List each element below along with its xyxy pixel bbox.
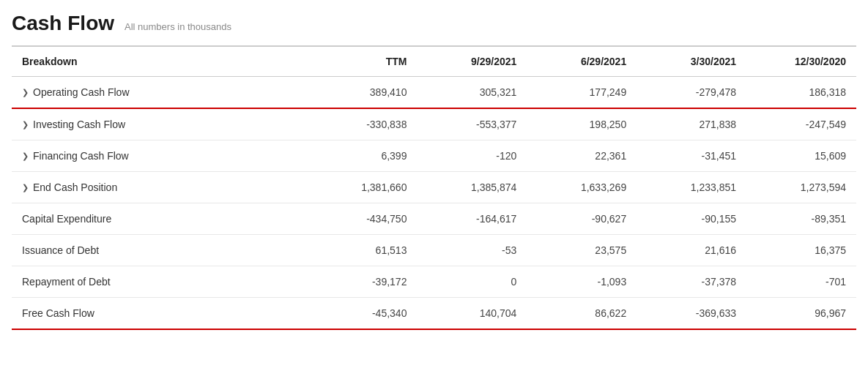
- subtitle: All numbers in thousands: [125, 21, 231, 32]
- cash-flow-table: Breakdown TTM 9/29/2021 6/29/2021 3/30/2…: [12, 45, 856, 330]
- cell-col2: 86,622: [527, 298, 637, 330]
- cell-ttm: -330,838: [308, 108, 418, 140]
- cell-ttm: 389,410: [308, 77, 418, 109]
- cell-col1: -53: [417, 235, 527, 266]
- col-breakdown-header: Breakdown: [12, 46, 308, 77]
- table-row: Free Cash Flow-45,340140,70486,622-369,6…: [12, 298, 856, 330]
- cell-ttm: -434,750: [308, 203, 418, 235]
- table-row: Capital Expenditure-434,750-164,617-90,6…: [12, 203, 856, 235]
- cell-col4: 1,273,594: [746, 172, 856, 203]
- cell-col4: -89,351: [746, 203, 856, 235]
- cell-col1: -164,617: [417, 203, 527, 235]
- table-row: Repayment of Debt-39,1720-1,093-37,378-7…: [12, 266, 856, 298]
- cell-col3: 271,838: [637, 108, 746, 140]
- cell-col2: -1,093: [527, 266, 637, 298]
- cell-col1: -553,377: [417, 108, 527, 140]
- row-label-text: End Cash Position: [33, 181, 117, 193]
- cell-col1: 140,704: [417, 298, 527, 330]
- cell-col3: -279,478: [637, 77, 746, 109]
- row-label-text: Issuance of Debt: [22, 244, 99, 256]
- row-label-text: Capital Expenditure: [22, 213, 111, 225]
- page-header: Cash Flow All numbers in thousands: [12, 12, 856, 35]
- table-row: Issuance of Debt61,513-5323,57521,61616,…: [12, 235, 856, 266]
- cell-ttm: -39,172: [308, 266, 418, 298]
- table-row: ❯ Investing Cash Flow -330,838-553,37719…: [12, 108, 856, 140]
- cell-col3: 1,233,851: [637, 172, 746, 203]
- cell-col2: 22,361: [527, 140, 637, 172]
- col-ttm-header: TTM: [308, 46, 418, 77]
- expand-icon[interactable]: ❯: [22, 151, 29, 161]
- cell-col1: -120: [417, 140, 527, 172]
- expand-icon[interactable]: ❯: [22, 88, 29, 97]
- row-label-text: Operating Cash Flow: [33, 86, 130, 98]
- cell-col2: 198,250: [527, 108, 637, 140]
- table-row: ❯ Financing Cash Flow 6,399-12022,361-31…: [12, 140, 856, 172]
- cell-col3: -31,451: [637, 140, 746, 172]
- cell-col2: 177,249: [527, 77, 637, 109]
- cell-ttm: 1,381,660: [308, 172, 418, 203]
- expand-icon[interactable]: ❯: [22, 120, 29, 130]
- cell-ttm: 6,399: [308, 140, 418, 172]
- cell-col3: -90,155: [637, 203, 746, 235]
- cell-col4: -247,549: [746, 108, 856, 140]
- table-row: ❯ End Cash Position 1,381,6601,385,8741,…: [12, 172, 856, 203]
- cell-col2: -90,627: [527, 203, 637, 235]
- expand-icon[interactable]: ❯: [22, 183, 29, 192]
- table-header-row: Breakdown TTM 9/29/2021 6/29/2021 3/30/2…: [12, 46, 856, 77]
- col-4-header: 12/30/2020: [746, 46, 856, 77]
- col-1-header: 9/29/2021: [417, 46, 527, 77]
- cell-col4: 186,318: [746, 77, 856, 109]
- cell-ttm: -45,340: [308, 298, 418, 330]
- row-label-text: Free Cash Flow: [22, 307, 94, 319]
- cell-col3: 21,616: [637, 235, 746, 266]
- row-label-text: Investing Cash Flow: [33, 119, 125, 130]
- cell-col4: -701: [746, 266, 856, 298]
- cell-col4: 96,967: [746, 298, 856, 330]
- cell-col1: 305,321: [417, 77, 527, 109]
- row-label-text: Financing Cash Flow: [33, 150, 129, 162]
- col-2-header: 6/29/2021: [527, 46, 637, 77]
- cell-col2: 23,575: [527, 235, 637, 266]
- cell-col2: 1,633,269: [527, 172, 637, 203]
- page-title: Cash Flow: [12, 12, 114, 35]
- cell-col1: 0: [417, 266, 527, 298]
- cell-col4: 16,375: [746, 235, 856, 266]
- cell-ttm: 61,513: [308, 235, 418, 266]
- cell-col3: -369,633: [637, 298, 746, 330]
- cell-col4: 15,609: [746, 140, 856, 172]
- cell-col1: 1,385,874: [417, 172, 527, 203]
- col-3-header: 3/30/2021: [637, 46, 746, 77]
- cell-col3: -37,378: [637, 266, 746, 298]
- row-label-text: Repayment of Debt: [22, 276, 111, 288]
- table-row: ❯ Operating Cash Flow 389,410305,321177,…: [12, 77, 856, 109]
